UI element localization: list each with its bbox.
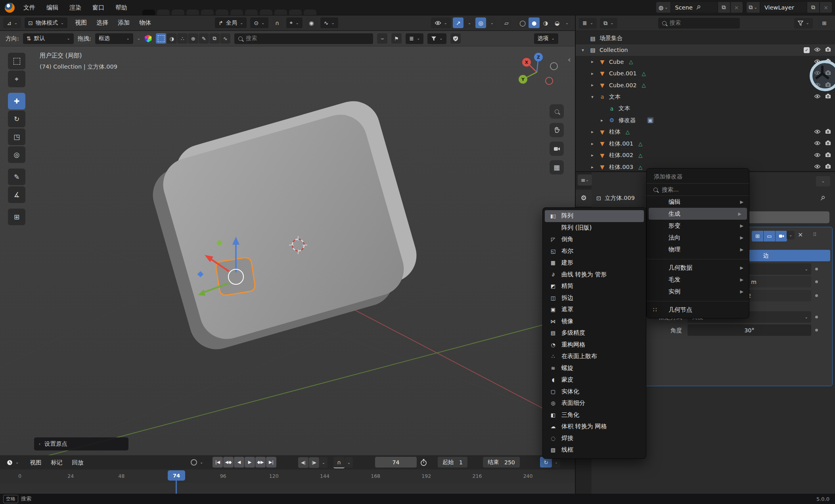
zoom-button[interactable] [550, 104, 564, 119]
outliner-item-label[interactable]: 文本 [609, 93, 621, 101]
auto-keyframe-toggle[interactable]: ⌄ [187, 457, 207, 468]
playback-button[interactable]: |◀ [213, 457, 223, 468]
transform-tool[interactable]: ◎ [8, 146, 25, 163]
proportional-falloff-dropdown[interactable]: ∿⌄ [320, 17, 338, 28]
filter-dropdown[interactable]: ⌄ [427, 33, 446, 44]
outliner-item-label[interactable]: Cube [609, 59, 624, 65]
pivot-point-dropdown[interactable]: ⊙⌄ [250, 17, 268, 28]
menu-item[interactable]: ◔ 重构网格 [543, 339, 646, 351]
editor-type-button[interactable]: ⊿⌄ [3, 17, 21, 28]
overlays-toggle[interactable]: ◎ [475, 17, 486, 28]
display-realtime-toggle[interactable]: ▭ [764, 231, 775, 241]
pan-hand-button[interactable] [550, 123, 564, 137]
toggle-world[interactable]: ⊕ [188, 33, 198, 44]
3d-viewport[interactable]: 用户正交 (局部) (74) Collection | 立方体.009 ⌖ ✚ … [0, 46, 575, 455]
animate-dot[interactable] [815, 316, 818, 318]
outliner-search-field[interactable]: 搜索 [658, 18, 740, 29]
gizmos-dropdown[interactable]: ⌄ [465, 17, 473, 28]
keying-icon[interactable]: ∩ [333, 457, 345, 468]
toggle-brush[interactable]: ✎ [199, 33, 209, 44]
menu-item[interactable]: ☁ 体积 转换为 网格 [543, 421, 646, 433]
mode-dropdown[interactable]: ⊡ 物体模式⌄ [25, 17, 67, 28]
frame-forward-button[interactable]: |▶ [309, 457, 319, 468]
ortho-grid-button[interactable]: ▦ [550, 160, 564, 174]
toggle-fluid[interactable]: ∴ [177, 33, 188, 44]
workspace-tab[interactable] [201, 10, 214, 15]
playback-button[interactable]: ◀◆ [223, 457, 234, 468]
hide-eye-toggle[interactable] [814, 129, 821, 135]
menu-item[interactable]: ▦ 建形 [543, 257, 646, 269]
cursor-tool[interactable]: ⌖ [8, 71, 25, 87]
snap-toggle[interactable]: ∩ [272, 17, 283, 28]
render-visibility-toggle[interactable] [825, 164, 831, 170]
shading-material-button[interactable]: ◑ [540, 17, 551, 28]
workspace-tab[interactable] [186, 10, 199, 15]
menu-item[interactable]: ∷ 几何数据 ▶ [647, 262, 749, 274]
outliner-row[interactable]: ▸ ▼ Cube.002 △ ▣ ✓ [576, 79, 835, 91]
outliner-row[interactable]: ▸ ▼ 柱体 △ ▣ ✓ [576, 126, 835, 138]
expand-chevron-icon[interactable]: ▸ [589, 153, 596, 158]
playback-button[interactable]: ◀ [234, 457, 244, 468]
select-box-toggle[interactable] [156, 33, 166, 44]
menu-item[interactable]: ◧ 三角化 [543, 409, 646, 421]
expand-chevron-icon[interactable]: ▸ [599, 118, 605, 123]
render-visibility-toggle[interactable] [825, 152, 831, 159]
menubar-menu[interactable]: 渲染 [65, 2, 86, 13]
tweak-select-tool[interactable] [8, 53, 25, 69]
viewport-menu[interactable]: 视图 [71, 17, 91, 28]
tool-search-field[interactable]: 搜索 [234, 33, 373, 44]
menubar-menu[interactable]: 编辑 [42, 2, 63, 13]
outliner-item-label[interactable]: 柱体 [609, 128, 621, 136]
menu-item[interactable]: ∷ ▶ [647, 297, 749, 301]
outliner-item-label[interactable]: Collection [599, 47, 628, 53]
render-visibility-toggle[interactable] [825, 129, 831, 135]
hide-eye-toggle[interactable] [814, 140, 821, 147]
camera-view-button[interactable] [550, 142, 564, 156]
expand-chevron-icon[interactable]: ▸ [589, 82, 596, 88]
playhead-line[interactable] [176, 481, 177, 494]
viewport-menu[interactable]: 添加 [114, 17, 134, 28]
outliner-row[interactable]: ▸ ▼ 柱体.002 △ ▣ ✓ [576, 149, 835, 161]
toggle-material[interactable]: ◑ [167, 33, 177, 44]
outliner-editor-type-button[interactable]: ≣⌄ [579, 18, 597, 29]
pin-icon[interactable] [696, 5, 701, 10]
transform-orientation-dropdown[interactable]: ↱ 全局⌄ [215, 17, 247, 28]
measure-tool[interactable]: ∡ [8, 186, 25, 203]
workspace-tab[interactable] [142, 10, 155, 15]
properties-editor-type-button[interactable]: ≡⌄ [578, 174, 592, 186]
scene-copy-button[interactable]: ⧉ [718, 2, 730, 13]
hide-eye-toggle[interactable] [814, 164, 821, 170]
outliner-item-label[interactable]: 柱体.002 [609, 151, 633, 159]
navigation-gizmo[interactable]: Z X Y [514, 50, 565, 98]
playback-button[interactable]: ▶| [266, 457, 276, 468]
workspace-tab[interactable] [260, 10, 272, 15]
visibility-dropdown[interactable]: ⌄ [431, 17, 451, 28]
keying-dropdown[interactable]: ⌄ [345, 457, 353, 468]
toggle-curve-falloff[interactable]: ∿ [220, 33, 230, 44]
annotate-tool[interactable]: ✎ [8, 169, 25, 185]
menu-item[interactable]: ▤ 多级精度 [543, 327, 646, 339]
outliner-row[interactable]: ▤ 场景集合 ▣ ✓ [576, 33, 835, 44]
viewlayer-copy-button[interactable]: ⧉ [807, 2, 819, 13]
hierarchy-dropdown[interactable]: ≣⌄ [406, 33, 423, 44]
viewport-menu[interactable]: 选择 [92, 17, 112, 28]
timeline-menu[interactable]: 视图 [25, 457, 46, 468]
drag-setting-dropdown[interactable]: 框选 ⌄ [95, 33, 133, 44]
animate-dot[interactable] [815, 329, 818, 332]
frame-start-field[interactable]: 起始 1 [438, 457, 467, 468]
menu-item[interactable]: ∷ 实例 ▶ [647, 286, 749, 297]
workspace-tab[interactable] [304, 10, 316, 15]
menu-item[interactable]: ∴ 在表面上散布 [543, 351, 646, 362]
menu-item[interactable]: ∷ ▶ [647, 255, 749, 259]
toggle-clone[interactable]: ⧉ [209, 33, 220, 44]
outliner-row[interactable]: ▸ ▼ Cube △ ▣ ✓ [576, 56, 835, 68]
breadcrumb-object-name[interactable]: 立方体.009 [605, 194, 635, 202]
workspace-tab[interactable] [157, 10, 170, 15]
timeline-menu[interactable]: 回放 [67, 457, 88, 468]
menu-item[interactable]: ∷ 法向 ▶ [647, 232, 749, 243]
tab-modifier-properties[interactable]: ⚙ [576, 190, 592, 206]
animate-dot[interactable] [815, 294, 818, 297]
snap-dropdown[interactable]: ⌖⌄ [286, 17, 303, 28]
render-visibility-toggle[interactable] [825, 140, 831, 147]
rotate-tool[interactable]: ↻ [8, 111, 25, 127]
